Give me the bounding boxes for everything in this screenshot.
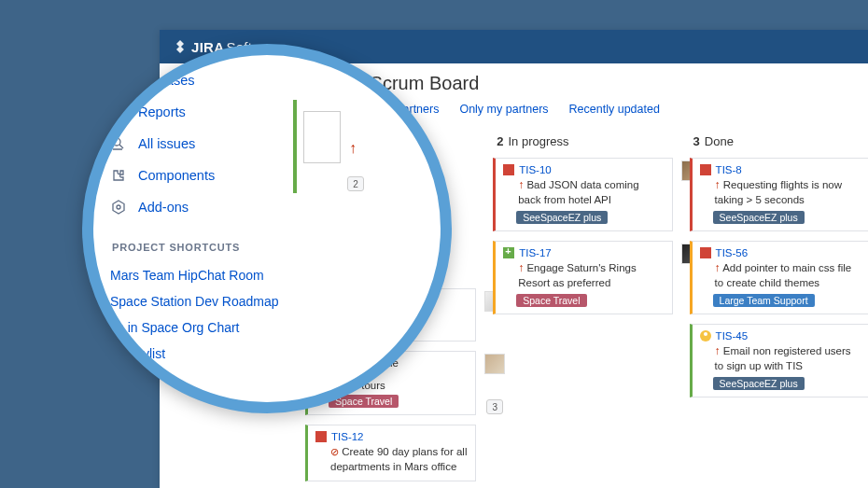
- issue-key[interactable]: TIS-17: [519, 247, 552, 258]
- column-header: 2 In progress: [493, 134, 672, 148]
- nav-label: Reports: [138, 105, 186, 119]
- column-header: 3 Done: [690, 134, 868, 148]
- nav-releases[interactable]: Releases: [110, 64, 299, 96]
- story-icon: [503, 247, 514, 258]
- bug-icon: [503, 164, 514, 175]
- priority-high-icon: ↑: [715, 344, 721, 357]
- filter-link[interactable]: Only my partners: [459, 103, 548, 116]
- nav-label: Add-ons: [138, 200, 189, 215]
- shortcut-link[interactable]: fy Playlist: [110, 341, 299, 367]
- priority-high-icon: ↑: [715, 178, 721, 191]
- magnifier-overlay: Releases Reports All issues Components A…: [82, 44, 452, 413]
- nav-all-issues[interactable]: All issues: [110, 128, 299, 160]
- issue-key[interactable]: TIS-8: [716, 164, 742, 175]
- card-tis-8[interactable]: TIS-8 ↑ Requesting flights is now taking…: [690, 158, 868, 231]
- filter-link[interactable]: Recently updated: [569, 103, 660, 116]
- subtask-count: 3: [486, 399, 503, 414]
- nav-label: Components: [138, 168, 215, 183]
- issue-key[interactable]: TIS-12: [331, 431, 364, 442]
- search-list-icon: [110, 135, 127, 152]
- shortcuts-header: PROJECT SHORTCUTS: [112, 242, 299, 253]
- board-column-done: 3 Done TIS-8 ↑ Requesting flights is now…: [690, 134, 868, 481]
- bug-icon: [700, 164, 711, 175]
- epic-tag[interactable]: Space Travel: [516, 294, 586, 307]
- epic-tag[interactable]: SeeSpaceEZ plus: [516, 211, 608, 224]
- priority-high-icon: ↑: [518, 261, 524, 274]
- bug-icon: [700, 247, 711, 258]
- task-icon: [315, 431, 327, 442]
- priority-high-icon: ↑: [715, 261, 721, 274]
- gear-hex-icon: [110, 199, 127, 216]
- nav-components[interactable]: Components: [110, 160, 299, 191]
- ship-icon: [110, 72, 127, 89]
- card-placeholder: [303, 111, 341, 163]
- nav-label: All issues: [138, 136, 195, 151]
- idea-icon: [700, 330, 711, 342]
- board-column-inprogress: 2 In progress TIS-10 ↑ Bad JSON data com…: [493, 134, 672, 481]
- card-tis-56[interactable]: TIS-56 ↑ Add pointer to main css file to…: [690, 241, 868, 314]
- nav-label: Releases: [138, 73, 194, 88]
- project-sidebar: Releases Reports All issues Components A…: [93, 55, 299, 402]
- issue-key[interactable]: TIS-56: [716, 247, 749, 258]
- svg-point-2: [113, 138, 120, 146]
- priority-high-icon: ↑: [518, 178, 524, 191]
- nav-addons[interactable]: Add-ons: [110, 191, 299, 223]
- card-tis-45[interactable]: TIS-45 ↑ Email non registered users to s…: [690, 324, 868, 397]
- subtask-count: 2: [347, 176, 364, 191]
- chart-icon: [110, 104, 127, 120]
- avatar: [484, 354, 505, 374]
- card-tis-12[interactable]: TIS-12 ⊘ Create 90 day plans for all dep…: [305, 425, 476, 481]
- shortcut-link[interactable]: Space Station Dev Roadmap: [110, 288, 299, 314]
- shortcut-link[interactable]: ns in Space Org Chart: [110, 314, 299, 341]
- card-tis-10[interactable]: TIS-10 ↑ Bad JSON data coming back from …: [493, 158, 672, 231]
- epic-tag[interactable]: Large Team Support: [713, 294, 815, 307]
- issue-key[interactable]: TIS-10: [519, 164, 552, 175]
- puzzle-icon: [110, 167, 127, 184]
- card-accent: [293, 100, 297, 193]
- epic-tag[interactable]: SeeSpaceEZ plus: [713, 377, 805, 390]
- epic-tag[interactable]: SeeSpaceEZ plus: [713, 211, 805, 224]
- nav-reports[interactable]: Reports: [110, 96, 299, 128]
- shortcut-link[interactable]: Mars Team HipChat Room: [110, 262, 299, 288]
- issue-key[interactable]: TIS-45: [716, 330, 749, 342]
- card-tis-17[interactable]: TIS-17 ↑ Engage Saturn's Rings Resort as…: [493, 241, 672, 314]
- svg-point-3: [117, 205, 120, 209]
